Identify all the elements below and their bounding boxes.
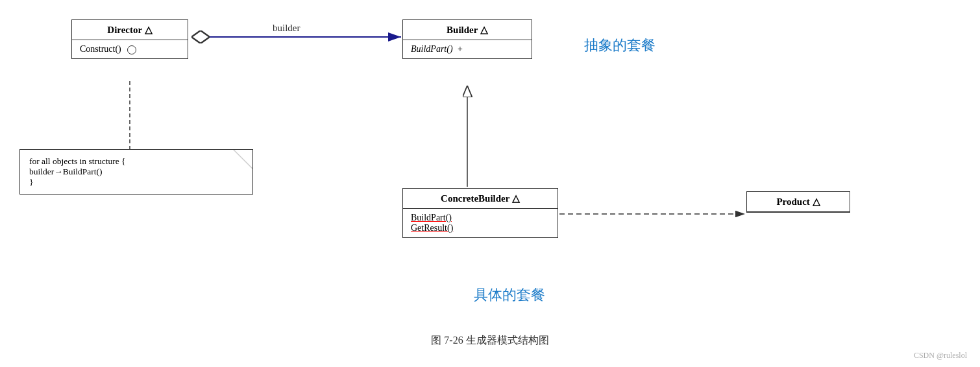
concrete-label: 具体的套餐 xyxy=(474,285,545,305)
builder-class-name: Builder xyxy=(447,25,478,35)
builder-visibility: + xyxy=(458,44,463,54)
concrete-method2: GetResult() xyxy=(411,223,550,233)
builder-triangle: △ xyxy=(480,25,488,35)
builder-title: Builder △ xyxy=(403,20,532,40)
concrete-builder-body: BuildPart() GetResult() xyxy=(403,209,557,237)
note-line3: } xyxy=(29,177,243,187)
figure-caption: 图 7-26 生成器模式结构图 xyxy=(431,334,548,348)
product-title: Product △ xyxy=(747,192,850,212)
product-class-name: Product xyxy=(776,196,809,207)
director-class-name: Director xyxy=(107,25,142,35)
csdn-label: CSDN @ruleslol xyxy=(914,351,967,361)
builder-method: BuildPart() xyxy=(411,44,453,54)
director-title: Director △ xyxy=(72,20,188,40)
abstract-label: 抽象的套餐 xyxy=(584,36,655,55)
note-line1: for all objects in structure { xyxy=(29,156,243,167)
director-triangle: △ xyxy=(145,25,153,35)
figure-caption-text: 图 7-26 生成器模式结构图 xyxy=(431,335,548,346)
builder-body: BuildPart() + xyxy=(403,40,532,58)
director-body: Construct() xyxy=(72,40,188,58)
diagram-container: Director △ Construct() Builder △ BuildPa… xyxy=(0,0,980,367)
construct-circle-icon xyxy=(127,45,136,54)
concrete-method1: BuildPart() xyxy=(411,213,550,223)
concrete-builder-title: ConcreteBuilder △ xyxy=(403,189,557,209)
builder-class-box: Builder △ BuildPart() + xyxy=(402,19,532,59)
concrete-builder-class-name: ConcreteBuilder xyxy=(441,193,509,204)
note-corner-icon xyxy=(233,150,252,169)
product-triangle: △ xyxy=(813,196,820,207)
association-label: builder xyxy=(273,23,300,33)
concrete-builder-class-box: ConcreteBuilder △ BuildPart() GetResult(… xyxy=(402,188,558,238)
product-class-box: Product △ xyxy=(746,191,850,213)
note-box: for all objects in structure { builder→B… xyxy=(19,149,253,195)
note-line2: builder→BuildPart() xyxy=(29,167,243,177)
concrete-builder-triangle: △ xyxy=(512,193,520,204)
director-method: Construct() xyxy=(80,44,121,54)
director-class-box: Director △ Construct() xyxy=(71,19,188,59)
